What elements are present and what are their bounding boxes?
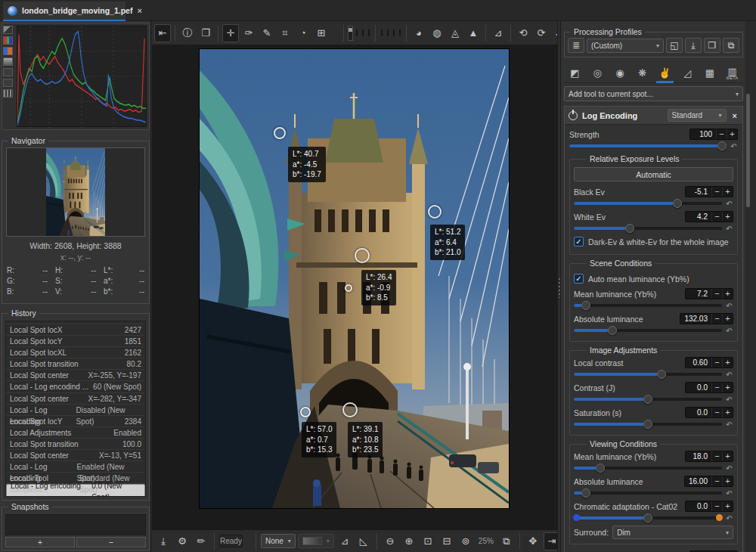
- slider-track[interactable]: [574, 373, 722, 376]
- histogram-raw-icon[interactable]: [3, 68, 13, 76]
- auto-mean-luminance-checkbox[interactable]: ✓ Auto mean luminance (Yb%): [574, 274, 733, 284]
- crop-button[interactable]: ⌗: [277, 24, 293, 42]
- increment-button[interactable]: +: [727, 129, 737, 139]
- history-row[interactable]: Local Spot transition80.2: [6, 358, 145, 370]
- tool-power-icon[interactable]: [569, 111, 578, 120]
- decrement-button[interactable]: −: [711, 383, 722, 392]
- histogram-curve-icon[interactable]: [3, 57, 13, 66]
- value-spinbox[interactable]: 4.2−+: [685, 211, 733, 222]
- tab-detail[interactable]: ◎: [587, 63, 609, 82]
- slider-track[interactable]: [574, 202, 722, 205]
- increment-button[interactable]: +: [722, 476, 733, 486]
- color-picker-ring[interactable]: [345, 284, 352, 292]
- slider-knob[interactable]: [657, 370, 666, 379]
- increment-button[interactable]: +: [722, 451, 733, 461]
- history-row[interactable]: Local - Log encodind ...60 (New Spot): [6, 381, 145, 392]
- tab-raw[interactable]: ▦: [699, 63, 721, 82]
- load-profile-button[interactable]: ◱: [666, 38, 683, 53]
- saturation-s-slider[interactable]: Saturation (s)0.0−+↶: [574, 407, 733, 429]
- highlight-clipping-button[interactable]: ▲: [465, 24, 482, 42]
- history-row[interactable]: Local Spot centerX=-282, Y=-347: [6, 393, 145, 405]
- snapshots-list[interactable]: [5, 514, 146, 535]
- histogram-graph[interactable]: [17, 26, 147, 127]
- reset-icon[interactable]: ↶: [725, 225, 733, 233]
- decrement-button[interactable]: −: [711, 358, 722, 367]
- histogram-rgb-icon[interactable]: [3, 36, 13, 45]
- history-row[interactable]: Local - Log encodingEnabled (New Spot): [6, 461, 145, 473]
- increment-button[interactable]: +: [722, 383, 733, 392]
- increment-button[interactable]: +: [722, 187, 733, 197]
- tab-transform[interactable]: ◿: [677, 63, 699, 82]
- value-spinbox[interactable]: 0.60−+: [685, 357, 733, 368]
- tool-close-icon[interactable]: ×: [731, 111, 739, 120]
- decrement-button[interactable]: −: [711, 476, 722, 486]
- reset-icon[interactable]: ↶: [725, 327, 733, 335]
- whole-image-checkbox[interactable]: ✓ Dark-Ev & white-Ev for the whole image: [574, 237, 733, 247]
- add-tool-select[interactable]: Add tool to current spot...▾: [564, 86, 743, 101]
- rendering-intent-select[interactable]: ▾: [298, 534, 334, 548]
- right-scrollbar[interactable]: [745, 21, 751, 552]
- paste-profile-button[interactable]: ❒: [704, 38, 720, 53]
- slider-knob[interactable]: [643, 395, 652, 404]
- tab-metadata[interactable]: ▥META: [721, 63, 743, 82]
- local-contrast-slider[interactable]: Local contrast0.60−+↶: [574, 357, 733, 379]
- perspective-tool-button[interactable]: ◺: [355, 532, 372, 550]
- reset-icon[interactable]: ↶: [725, 395, 733, 404]
- bg-gray-swatch[interactable]: [362, 29, 364, 36]
- complexity-select[interactable]: Standard▾: [668, 109, 727, 122]
- slider-knob[interactable]: [643, 420, 652, 429]
- slider-track[interactable]: [574, 227, 722, 230]
- history-row[interactable]: Local Spot locXL2162: [6, 347, 145, 358]
- queue-button[interactable]: ⚙: [174, 532, 191, 550]
- slider-track[interactable]: [574, 492, 722, 495]
- white-ev-slider[interactable]: White Ev4.2−+↶: [574, 211, 733, 233]
- value-spinbox[interactable]: 100−+: [689, 129, 738, 140]
- spot-selector-button[interactable]: ✛: [222, 24, 239, 42]
- copy-profile-button[interactable]: ⧉: [723, 38, 739, 53]
- value-spinbox[interactable]: 18.0−+: [685, 451, 733, 462]
- background-color-toggle[interactable]: [348, 26, 353, 41]
- tab-color[interactable]: ◉: [609, 63, 631, 82]
- bg-black-swatch[interactable]: [356, 29, 358, 36]
- navigator-preview[interactable]: [6, 147, 145, 237]
- decrement-button[interactable]: −: [711, 408, 722, 417]
- chromatic-adaptation-slider[interactable]: Chromatic adaptation - Cat020.0−+↶: [574, 501, 733, 523]
- reset-icon[interactable]: ↶: [725, 464, 733, 473]
- image-tab[interactable]: london_bridge_moving_1.pef ×: [3, 2, 125, 21]
- slider-knob[interactable]: [608, 326, 617, 335]
- monitor-profile-select[interactable]: None▾: [261, 534, 296, 548]
- soft-proofing-button[interactable]: ◕: [411, 24, 427, 42]
- gamut-check-button[interactable]: ◍: [429, 24, 445, 42]
- increment-button[interactable]: +: [722, 212, 733, 222]
- slider-knob[interactable]: [643, 513, 652, 523]
- zoom-out-button[interactable]: ⊖: [382, 532, 398, 550]
- contrast-j-slider[interactable]: Contrast (J)0.0−+↶: [574, 382, 733, 404]
- shadow-clipping-button[interactable]: ◬: [447, 24, 463, 42]
- tab-exposure[interactable]: ◩: [564, 63, 586, 82]
- send-to-editor-button[interactable]: ✏: [193, 532, 209, 550]
- straighten-tool-button[interactable]: ⊿: [336, 532, 353, 550]
- decrement-button[interactable]: −: [716, 129, 727, 139]
- history-list[interactable]: Local Spot locX2427Local Spot locY1851Lo…: [5, 321, 146, 497]
- history-row[interactable]: Local Spot centerX=-13, Y=51: [6, 450, 145, 461]
- tab-local-adjustments[interactable]: ✌: [654, 63, 676, 82]
- image-canvas[interactable]: L*: 40.7a*: -4.5b*: -19.7L*: 51.2a*: 6.4…: [152, 45, 557, 529]
- slider-knob[interactable]: [625, 224, 634, 233]
- increment-button[interactable]: +: [722, 501, 733, 511]
- value-spinbox[interactable]: 16.00−+: [684, 476, 733, 487]
- value-spinbox[interactable]: -5.1−+: [685, 186, 733, 197]
- surround-select[interactable]: Dim▾: [612, 526, 733, 539]
- blue-channel-swatch[interactable]: [393, 29, 395, 36]
- slider-track[interactable]: [574, 329, 722, 332]
- reset-icon[interactable]: ↶: [725, 371, 733, 379]
- green-channel-swatch[interactable]: [387, 29, 389, 36]
- zoom-100-button[interactable]: ⊚: [457, 532, 474, 550]
- increment-button[interactable]: +: [722, 314, 733, 324]
- add-snapshot-button[interactable]: +: [5, 537, 75, 547]
- histogram-scale-icon[interactable]: [3, 79, 13, 87]
- decrement-button[interactable]: −: [711, 187, 722, 197]
- mean-luminance-slider[interactable]: Mean luminance (Yb%)7.2−+↶: [574, 288, 733, 310]
- history-row[interactable]: Local Spot locX2427: [6, 324, 145, 336]
- profile-select[interactable]: (Custom)▾: [587, 39, 664, 53]
- zoom-fit-crop-button[interactable]: ⊟: [438, 532, 455, 550]
